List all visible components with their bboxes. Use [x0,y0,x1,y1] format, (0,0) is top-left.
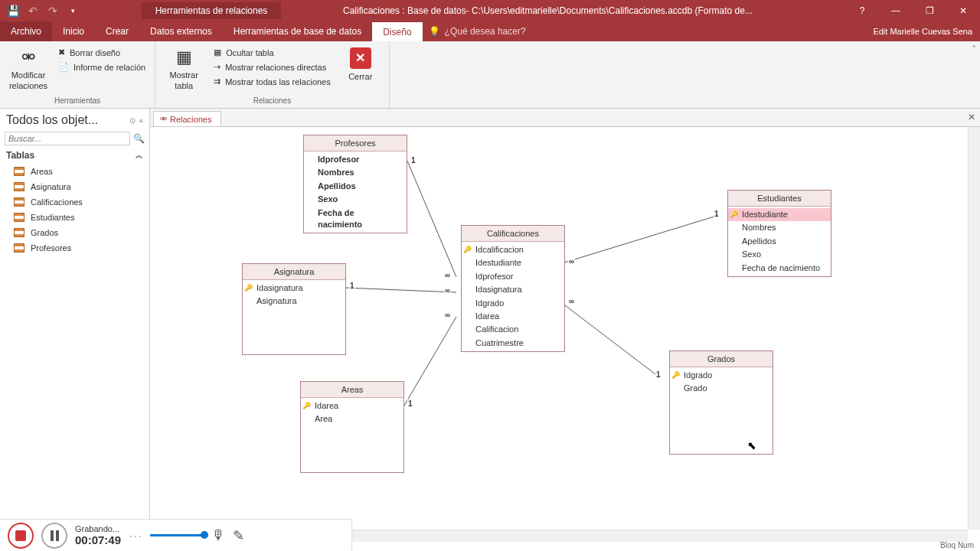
table-calificaciones[interactable]: Calificaciones Idcalificacion Idestudian… [461,225,565,352]
stop-record-button[interactable] [8,523,34,549]
close-tab-icon[interactable]: ✕ [968,112,975,122]
svg-line-0 [407,161,456,277]
field-grado[interactable]: Grado [670,382,773,395]
nav-item-calificaciones[interactable]: Calificaciones [0,194,149,210]
table-icon: ▦ [176,47,192,67]
tab-home[interactable]: Inicio [52,21,95,41]
undo-icon[interactable]: ↶ [26,4,40,18]
field-idarea[interactable]: Idarea [462,310,564,323]
field-idprofesor[interactable]: Idprofesor [304,153,407,166]
field-idarea[interactable]: Idarea [301,399,403,412]
restore-icon[interactable]: ❐ [913,0,946,21]
direct-relations-button[interactable]: ⇢Mostrar relaciones directas [211,60,334,73]
search-input[interactable] [5,132,130,145]
table-title: Calificaciones [462,226,564,242]
field-sexo[interactable]: Sexo [728,248,831,261]
all-relations-button[interactable]: ⇉Mostrar todas las relaciones [211,75,334,88]
nav-item-asignatura[interactable]: Asignatura [0,179,149,194]
vertical-scrollbar[interactable] [968,127,980,530]
navigation-pane: Todos los objet... ⊙ « 🔍 Tablas ︽ Areas … [0,109,150,542]
nav-section-tables[interactable]: Tablas ︽ [0,147,149,164]
field-area[interactable]: Area [301,412,403,425]
table-title: Estudiantes [728,191,831,207]
field-idcalificacion[interactable]: Idcalificacion [462,243,564,256]
table-title: Areas [301,382,403,398]
table-title: Asignatura [243,264,345,280]
tab-create[interactable]: Crear [95,21,139,41]
lightbulb-icon: 💡 [429,26,440,37]
table-areas[interactable]: Areas Idarea Area [300,381,404,473]
field-apellidos[interactable]: Apellidos [728,235,831,248]
close-relations-button[interactable]: ✕ Cerrar [338,44,383,82]
tab-external[interactable]: Datos externos [139,21,223,41]
svg-line-4 [562,303,658,377]
modify-relations-button[interactable]: ⚮ Modificar relaciones [6,44,51,91]
relations-tab-icon: ⚮ [160,114,167,124]
tab-file[interactable]: Archivo [0,21,52,41]
search-icon[interactable]: 🔍 [130,133,145,144]
relation-report-button[interactable]: 📄Informe de relación [55,60,149,73]
ribbon-collapse-icon[interactable]: ˄ [968,41,980,108]
nav-item-profesores[interactable]: Profesores [0,240,149,256]
table-estudiantes[interactable]: Estudiantes Idestudiante Nombres Apellid… [727,190,831,277]
ribbon-group-tools: ⚮ Modificar relaciones ✖Borrar diseño 📄I… [0,41,155,108]
tab-design[interactable]: Diseño [372,21,422,41]
table-grados[interactable]: Grados Idgrado Grado [669,350,773,455]
field-idprofesor[interactable]: Idprofesor [462,270,564,283]
field-idestudiante[interactable]: Idestudiante [728,208,831,221]
screen-recorder-bar: Grabando... 00:07:49 ⋯ 🎙 ✎ [0,519,352,551]
tell-me-search[interactable]: 💡 ¿Qué desea hacer? [423,21,866,41]
field-apellidos[interactable]: Apellidos [304,180,407,193]
table-title: Grados [670,351,773,367]
close-icon[interactable]: ✕ [946,0,980,21]
field-sexo[interactable]: Sexo [304,193,407,206]
table-icon [14,167,24,176]
field-asignatura[interactable]: Asignatura [243,295,345,308]
pause-button[interactable] [41,523,67,549]
table-profesores[interactable]: Profesores Idprofesor Nombres Apellidos … [303,135,407,233]
hide-table-button[interactable]: ▦Ocultar tabla [211,46,334,59]
clear-design-button[interactable]: ✖Borrar diseño [55,46,149,59]
nav-title[interactable]: Todos los objet... [6,113,126,127]
redo-icon[interactable]: ↷ [46,4,60,18]
field-calificacion[interactable]: Calificacion [462,323,564,336]
field-nombres[interactable]: Nombres [304,166,407,179]
recording-status: Grabando... [75,524,121,533]
status-text: Bloq Num [940,541,974,549]
field-idestudiante[interactable]: Idestudiante [462,256,564,269]
field-idasignatura[interactable]: Idasignatura [243,282,345,295]
field-cuatrimestre[interactable]: Cuatrimestre [462,337,564,350]
nav-collapse-icon[interactable]: « [139,116,143,125]
nav-search[interactable]: 🔍 [0,130,149,147]
help-icon[interactable]: ? [845,0,879,21]
field-fecha[interactable]: Fecha de nacimiento [304,207,407,232]
minimize-icon[interactable]: — [879,0,913,21]
close-x-icon: ✕ [350,47,371,69]
chevron-up-icon[interactable]: ︽ [136,150,143,161]
ribbon-group-relations: ▦ Mostrar tabla ▦Ocultar tabla ⇢Mostrar … [155,41,390,108]
field-fecha[interactable]: Fecha de nacimiento [728,262,831,275]
hide-icon: ▦ [214,47,221,57]
save-icon[interactable]: 💾 [6,4,20,18]
tab-dbtools[interactable]: Herramientas de base de datos [223,21,372,41]
nav-dropdown-icon[interactable]: ⊙ [126,116,139,125]
volume-slider[interactable] [150,534,204,536]
tab-relaciones[interactable]: ⚮ Relaciones [153,111,221,126]
nav-item-areas[interactable]: Areas [0,164,149,179]
context-tab-label: Herramientas de relaciones [142,2,282,19]
field-idgrado[interactable]: Idgrado [670,369,773,382]
nav-item-grados[interactable]: Grados [0,225,149,240]
pen-icon[interactable]: ✎ [233,527,244,544]
field-idgrado[interactable]: Idgrado [462,297,564,310]
show-table-button[interactable]: ▦ Mostrar tabla [162,44,206,91]
field-nombres[interactable]: Nombres [728,221,831,234]
user-name[interactable]: Edit Marielle Cuevas Sena [865,21,980,41]
qat-dropdown-icon[interactable]: ▾ [66,4,80,18]
table-title: Profesores [304,135,407,152]
relations-canvas[interactable]: Profesores Idprofesor Nombres Apellidos … [150,127,980,542]
mic-icon[interactable]: 🎙 [211,527,225,543]
nav-item-estudiantes[interactable]: Estudiantes [0,210,149,225]
table-asignatura[interactable]: Asignatura Idasignatura Asignatura [242,263,346,355]
field-idasignatura[interactable]: Idasignatura [462,283,564,296]
relations-icon: ⚮ [21,47,35,67]
